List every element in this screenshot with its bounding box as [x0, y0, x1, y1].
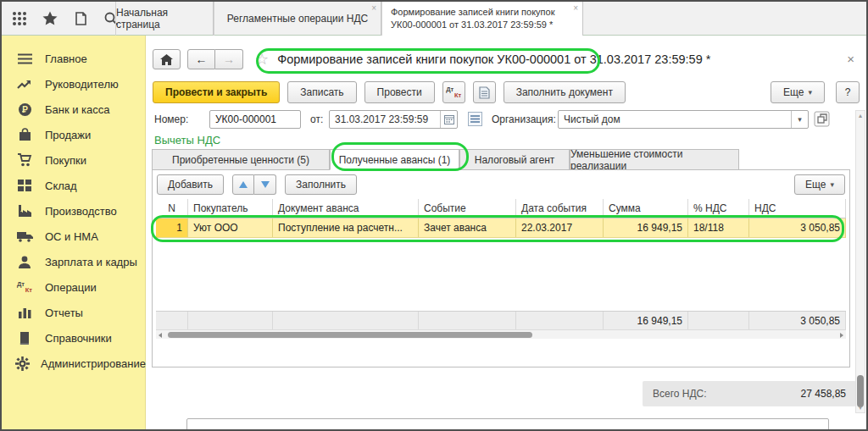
cell-advance-doc[interactable]: Поступление на расчетн... [273, 218, 419, 237]
sidebar-item-operations[interactable]: ДтКт Операции [2, 274, 145, 300]
show-postings-button[interactable]: ДтКт [442, 81, 465, 103]
vertical-scrollbar[interactable]: ▴ ▾ [855, 110, 865, 413]
sidebar-item-bank-cash[interactable]: Р Банк и касса [2, 97, 145, 122]
col-header-vat[interactable]: НДС [749, 199, 846, 218]
date-field[interactable]: 31.03.2017 23:59:59 [329, 110, 458, 129]
vertical-scrollbar-thumb[interactable] [857, 375, 864, 407]
scroll-right-icon[interactable] [840, 333, 843, 338]
cell-sum[interactable]: 16 949,15 [604, 218, 688, 237]
home-button[interactable] [153, 49, 181, 69]
document-icon [479, 86, 490, 99]
tab-vat-operations[interactable]: Регламентные операции НДС × [214, 2, 381, 36]
scroll-up-icon[interactable]: ▴ [856, 112, 865, 119]
tab-purchase-ledger[interactable]: Формирование записей книги покупок УК00-… [381, 2, 583, 36]
totals-vat: 3 050,85 [749, 312, 846, 329]
tab-received-advances[interactable]: Полученные авансы (1) [330, 149, 459, 170]
sidebar-item-administration[interactable]: Администрирование [2, 351, 145, 376]
col-header-event[interactable]: Событие [419, 199, 516, 218]
open-organization-icon[interactable] [814, 111, 830, 127]
tab-acquired-values[interactable]: Приобретенные ценности (5) [152, 149, 330, 170]
close-form-icon[interactable]: × [847, 52, 854, 65]
cell-event[interactable]: Зачет аванса [419, 218, 516, 237]
tab-home[interactable]: Начальная страница [115, 2, 214, 36]
advances-table: N Покупатель Документ аванса Событие Дат… [156, 199, 846, 339]
sidebar-item-purchases[interactable]: Покупки [2, 147, 145, 173]
forward-arrow-icon: → [223, 52, 235, 66]
svg-text:Р: Р [22, 105, 28, 114]
sidebar-item-production[interactable]: Производство [2, 198, 145, 224]
table-toolbar: Добавить Заполнить Еще▾ [157, 174, 845, 195]
sidebar-item-warehouse[interactable]: Склад [2, 173, 145, 198]
forward-button[interactable]: → [215, 49, 243, 69]
col-header-event-date[interactable]: Дата события [516, 199, 604, 218]
move-down-button[interactable] [254, 174, 276, 195]
comment-field[interactable] [186, 418, 829, 431]
col-header-sum[interactable]: Сумма [604, 199, 688, 218]
dtkt-icon: ДтКт [15, 280, 34, 294]
scroll-down-icon[interactable]: ▾ [856, 404, 865, 412]
organization-field[interactable]: Чистый дом ▾ [558, 110, 809, 129]
history-icon[interactable] [71, 9, 90, 28]
table-row[interactable]: 1 Уют ООО Поступление на расчетн... Заче… [156, 218, 846, 238]
post-button[interactable]: Провести [364, 81, 435, 103]
table-header-row: N Покупатель Документ аванса Событие Дат… [156, 199, 846, 218]
date-label: от: [310, 110, 323, 129]
help-button[interactable]: ? [836, 81, 860, 103]
sidebar-item-main[interactable]: Главное [2, 46, 145, 71]
cart-icon [15, 153, 34, 167]
cell-n[interactable]: 1 [156, 218, 188, 237]
total-vat-box: Всего НДС: 27 458,85 [643, 381, 856, 406]
ruble-circle-icon: Р [15, 102, 34, 117]
post-and-close-button[interactable]: Провести и закрыть [153, 81, 280, 103]
horizontal-scrollbar[interactable] [156, 329, 846, 339]
organization-label: Организация: [492, 110, 556, 129]
trend-icon [15, 79, 34, 90]
sidebar: Главное Руководителю Р Банк и касса Прод… [2, 36, 146, 429]
sidebar-item-payroll-hr[interactable]: Зарплата и кадры [2, 249, 145, 274]
favorite-star-icon[interactable]: ☆ [255, 50, 269, 69]
header-fields: Номер: от: 31.03.2017 23:59:59 Организац… [153, 110, 841, 129]
back-button[interactable]: ← [187, 49, 215, 69]
cell-buyer[interactable]: Уют ООО [188, 218, 273, 237]
fill-table-button[interactable]: Заполнить [285, 174, 357, 195]
sidebar-item-directories[interactable]: Справочники [2, 325, 145, 351]
main-menu-icon[interactable] [10, 9, 29, 28]
col-header-advance-doc[interactable]: Документ аванса [273, 199, 419, 218]
table-more-button[interactable]: Еще▾ [794, 174, 845, 195]
number-field[interactable] [209, 110, 301, 129]
tab-label: Формирование записей книги покупок УК00-… [391, 6, 565, 31]
gear-icon [15, 356, 30, 371]
tab-close-icon[interactable]: × [371, 4, 376, 13]
favorites-star-icon[interactable] [41, 9, 59, 28]
tab-cost-reduction[interactable]: Уменьшение стоимости реализации [570, 149, 739, 170]
vat-deductions-link[interactable]: Вычеты НДС [154, 134, 220, 146]
col-header-vat-rate[interactable]: % НДС [688, 199, 749, 218]
sidebar-item-manager[interactable]: Руководителю [2, 71, 145, 97]
book-icon [15, 332, 34, 345]
cell-event-date[interactable]: 22.03.2017 [516, 218, 604, 237]
add-row-button[interactable]: Добавить [157, 174, 224, 195]
tab-tax-agent[interactable]: Налоговый агент [459, 149, 570, 170]
table-totals-row: 16 949,15 3 050,85 [156, 311, 846, 329]
scroll-left-icon[interactable] [159, 333, 162, 338]
tab-close-icon[interactable]: × [573, 4, 578, 13]
cell-vat[interactable]: 3 050,85 [749, 218, 846, 237]
bag-icon [15, 128, 34, 141]
cell-vat-rate[interactable]: 18/118 [688, 218, 749, 237]
more-button[interactable]: Еще▾ [771, 81, 825, 103]
col-header-buyer[interactable]: Покупатель [188, 199, 273, 218]
sidebar-item-fixed-assets[interactable]: ОС и НМА [2, 224, 145, 249]
save-button[interactable]: Записать [287, 81, 356, 103]
horizontal-scrollbar-thumb[interactable] [168, 332, 532, 338]
list-icon[interactable] [468, 112, 482, 126]
col-header-n[interactable]: N [156, 199, 188, 218]
move-up-button[interactable] [232, 174, 254, 195]
fill-document-button[interactable]: Заполнить документ [504, 81, 626, 103]
app-window: Начальная страница Регламентные операции… [0, 0, 868, 431]
sidebar-item-reports[interactable]: Отчеты [2, 300, 145, 325]
calendar-icon[interactable] [440, 111, 457, 128]
document-form: ← → ☆ Формирование записей книги покупок… [146, 36, 866, 429]
document-structure-button[interactable] [473, 81, 496, 103]
sidebar-item-sales[interactable]: Продажи [2, 122, 145, 147]
chevron-down-icon[interactable]: ▾ [791, 111, 808, 128]
